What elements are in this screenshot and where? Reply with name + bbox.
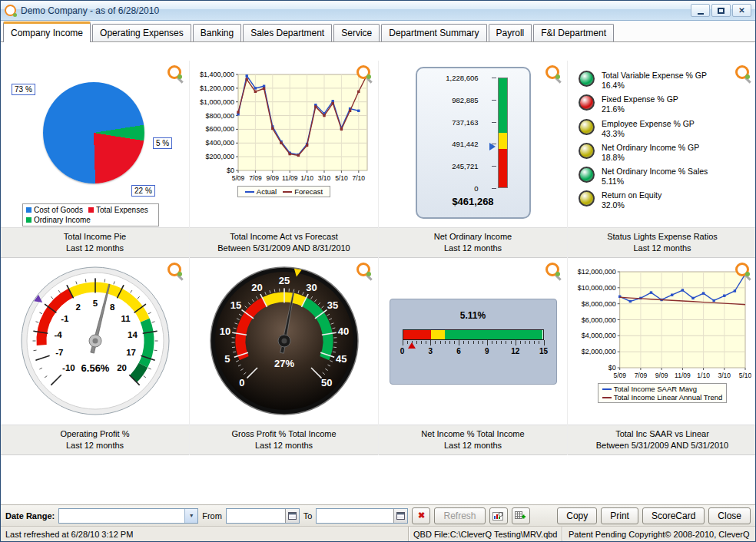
svg-text:5/09: 5/09	[613, 372, 626, 379]
svg-text:5: 5	[92, 299, 98, 308]
print-button[interactable]: Print	[601, 507, 638, 524]
status-light-row: Net Ordinary Income % Sales5.11%	[579, 167, 754, 187]
cleverq-badge-icon[interactable]	[545, 65, 559, 79]
panel-caption-title: Operating Profit %	[1, 428, 189, 440]
control-bar: Date Range: ▼ From To ✖ Refresh Copy Pri…	[1, 504, 755, 526]
svg-text:5/10: 5/10	[739, 372, 751, 379]
svg-text:15: 15	[230, 299, 240, 311]
svg-text:$1,000,000: $1,000,000	[199, 98, 234, 106]
svg-text:3/10: 3/10	[718, 372, 731, 379]
svg-text:7/09: 7/09	[249, 174, 262, 182]
maximize-button[interactable]	[711, 4, 731, 17]
panel-caption: Total Income Pie Last 12 months	[1, 227, 189, 258]
tab-sales-department[interactable]: Sales Department	[243, 24, 332, 41]
copy-button[interactable]: Copy	[557, 507, 597, 524]
minimize-icon	[698, 13, 704, 15]
pie	[43, 82, 144, 183]
panel-caption-sub: Between 5/31/2009 AND 8/31/2010	[190, 243, 378, 254]
pie-slice-label: 22 %	[131, 185, 155, 197]
panel-caption-sub: Last 12 months	[1, 440, 189, 451]
panel-grid: 5 %22 %73 %Cost of GoodsTotal ExpensesOr…	[1, 61, 755, 455]
cleverq-badge-icon[interactable]	[167, 263, 181, 276]
panel-saar-vs-linear: $0$2,000,000$4,000,000$6,000,000$8,000,0…	[568, 258, 756, 455]
window-title: Demo Company - as of 6/28/2010	[21, 5, 691, 16]
tab-operating-expenses[interactable]: Operating Expenses	[92, 24, 191, 41]
panel-caption-sub: Between 5/31/2009 AND 5/31/2010	[568, 440, 756, 451]
from-calendar-button[interactable]	[285, 509, 299, 523]
calendar-icon	[288, 512, 297, 520]
tab-company-income[interactable]: Company Income	[3, 21, 91, 42]
value-marker-icon	[489, 143, 496, 150]
cleverq-badge-icon[interactable]	[167, 65, 181, 79]
to-date-input[interactable]	[317, 509, 393, 523]
legend: Cost of GoodsTotal ExpensesOrdinary Inco…	[22, 203, 159, 226]
panel-caption-title: Total Inc SAAR vs Linear	[568, 428, 756, 440]
from-date-input[interactable]	[227, 509, 285, 523]
add-to-scorecard-button[interactable]	[512, 507, 530, 524]
svg-text:$2,000,000: $2,000,000	[582, 348, 616, 355]
panel-caption: Total Inc SAAR vs Linear Between 5/31/20…	[568, 425, 756, 455]
svg-text:$600,000: $600,000	[205, 125, 234, 133]
clear-dates-button[interactable]: ✖	[412, 507, 430, 524]
svg-text:20: 20	[251, 281, 262, 292]
tab-department-summary[interactable]: Department Summary	[381, 24, 486, 41]
svg-text:0: 0	[239, 377, 244, 388]
from-label: From	[202, 511, 222, 521]
close-button[interactable]: ✕	[732, 4, 751, 17]
tab-banking[interactable]: Banking	[193, 24, 241, 41]
panel-net-ordinary-income: 1,228,606982,885737,163491,442245,7210$4…	[379, 61, 568, 258]
svg-text:-1: -1	[61, 314, 69, 323]
panel-total-income-pie: 5 %22 %73 %Cost of GoodsTotal ExpensesOr…	[1, 61, 190, 258]
svg-text:$8,000,000: $8,000,000	[582, 300, 616, 308]
dial-gauge: 0510152025303540455027%	[209, 266, 360, 418]
total-income-pie-chart: 5 %22 %73 %Cost of GoodsTotal ExpensesOr…	[1, 61, 189, 227]
graph-export-button[interactable]	[489, 507, 508, 524]
svg-text:$6,000,000: $6,000,000	[582, 316, 616, 324]
mini-chart-icon	[492, 511, 504, 521]
svg-text:7/10: 7/10	[352, 174, 365, 182]
scorecard-button[interactable]: ScoreCard	[642, 507, 705, 524]
legend: ActualForecast	[237, 186, 330, 197]
svg-text:30: 30	[306, 281, 317, 292]
svg-text:-10: -10	[62, 362, 75, 372]
tab-service[interactable]: Service	[333, 24, 380, 41]
tab-payroll[interactable]: Payroll	[489, 24, 532, 41]
cleverq-badge-icon[interactable]	[735, 263, 749, 276]
titlebar[interactable]: Demo Company - as of 6/28/2010 ✕	[1, 1, 755, 21]
legend: Total Income SAAR MavgTotal Income Linea…	[598, 383, 728, 403]
cleverq-badge-icon[interactable]	[356, 263, 370, 276]
panel-caption-title: Gross Profit % Total Income	[190, 428, 378, 440]
status-last-refreshed: Last refreshed at 6/28/10 3:12 PM	[1, 527, 409, 541]
panel-caption: Net Income % Total Income Last 12 months	[379, 425, 567, 455]
status-light-icon	[579, 119, 595, 135]
act-vs-forecast-line-chart: $0$200,000$400,000$600,000$800,000$1,000…	[190, 61, 378, 227]
panel-caption-sub: Last 12 months	[379, 440, 567, 451]
tab-f-i-department[interactable]: F&I Department	[533, 24, 614, 41]
to-calendar-button[interactable]	[393, 509, 407, 523]
svg-text:50: 50	[320, 377, 331, 388]
svg-text:$200,000: $200,000	[205, 153, 234, 160]
close-dialog-button[interactable]: Close	[708, 507, 751, 524]
svg-text:8: 8	[109, 302, 114, 312]
pie-slice-label: 73 %	[12, 84, 35, 95]
date-range-select[interactable]: ▼	[58, 508, 198, 524]
svg-text:3/10: 3/10	[317, 174, 330, 182]
svg-text:5: 5	[224, 353, 230, 365]
panel-status-lights: Total Variable Expense % GP16.4%Fixed Ex…	[568, 61, 756, 258]
panel-caption-title: Net Income % Total Income	[379, 428, 567, 440]
chevron-down-icon[interactable]: ▼	[184, 509, 197, 523]
svg-text:9/09: 9/09	[266, 174, 279, 182]
minimize-button[interactable]	[691, 4, 710, 17]
refresh-button[interactable]: Refresh	[434, 507, 485, 524]
panel-net-income-pct: 5.11%03691215 Net Income % Total Income …	[379, 258, 568, 455]
cleverq-badge-icon[interactable]	[356, 65, 370, 79]
svg-text:45: 45	[335, 353, 346, 365]
net-income-linear-gauge: 5.11%03691215	[379, 258, 567, 425]
svg-text:25: 25	[278, 275, 289, 286]
svg-text:-7: -7	[55, 348, 63, 357]
cleverq-badge-icon[interactable]	[545, 263, 559, 276]
svg-text:35: 35	[327, 299, 337, 311]
panel-caption: Gross Profit % Total Income Last 12 mont…	[190, 425, 378, 455]
cleverq-badge-icon[interactable]	[735, 65, 749, 79]
svg-text:11/09: 11/09	[281, 174, 297, 182]
